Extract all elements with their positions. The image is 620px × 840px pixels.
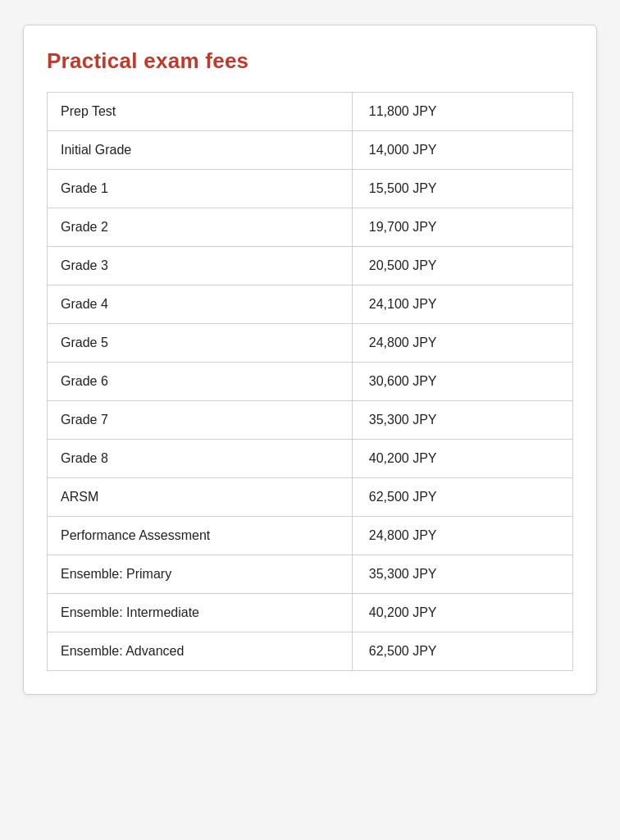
- table-row: Grade 219,700 JPY: [48, 208, 573, 247]
- row-label: Grade 6: [48, 363, 353, 401]
- row-fee: 40,200 JPY: [352, 440, 572, 478]
- row-label: Ensemble: Advanced: [48, 632, 353, 671]
- main-card: Practical exam fees Prep Test11,800 JPYI…: [23, 25, 597, 695]
- row-fee: 40,200 JPY: [352, 594, 572, 632]
- row-fee: 24,800 JPY: [352, 324, 572, 363]
- row-fee: 62,500 JPY: [352, 478, 572, 517]
- row-label: ARSM: [48, 478, 353, 517]
- row-fee: 24,100 JPY: [352, 285, 572, 324]
- table-row: Prep Test11,800 JPY: [48, 93, 573, 131]
- row-fee: 20,500 JPY: [352, 247, 572, 285]
- row-fee: 30,600 JPY: [352, 363, 572, 401]
- row-label: Ensemble: Primary: [48, 555, 353, 594]
- row-label: Performance Assessment: [48, 517, 353, 555]
- row-fee: 14,000 JPY: [352, 131, 572, 170]
- table-row: Grade 840,200 JPY: [48, 440, 573, 478]
- row-label: Grade 2: [48, 208, 353, 247]
- table-row: Grade 320,500 JPY: [48, 247, 573, 285]
- row-label: Grade 8: [48, 440, 353, 478]
- row-label: Ensemble: Intermediate: [48, 594, 353, 632]
- row-label: Grade 1: [48, 170, 353, 208]
- table-row: Grade 735,300 JPY: [48, 401, 573, 440]
- row-label: Grade 3: [48, 247, 353, 285]
- table-row: Grade 424,100 JPY: [48, 285, 573, 324]
- row-label: Initial Grade: [48, 131, 353, 170]
- table-row: Grade 115,500 JPY: [48, 170, 573, 208]
- table-row: Initial Grade14,000 JPY: [48, 131, 573, 170]
- row-label: Grade 5: [48, 324, 353, 363]
- row-label: Prep Test: [48, 93, 353, 131]
- row-fee: 15,500 JPY: [352, 170, 572, 208]
- table-row: Grade 524,800 JPY: [48, 324, 573, 363]
- table-row: Ensemble: Advanced62,500 JPY: [48, 632, 573, 671]
- fees-table: Prep Test11,800 JPYInitial Grade14,000 J…: [47, 92, 573, 671]
- row-label: Grade 4: [48, 285, 353, 324]
- page-title: Practical exam fees: [47, 48, 573, 74]
- table-row: Ensemble: Primary35,300 JPY: [48, 555, 573, 594]
- row-fee: 11,800 JPY: [352, 93, 572, 131]
- row-label: Grade 7: [48, 401, 353, 440]
- table-row: Performance Assessment24,800 JPY: [48, 517, 573, 555]
- row-fee: 62,500 JPY: [352, 632, 572, 671]
- row-fee: 19,700 JPY: [352, 208, 572, 247]
- row-fee: 35,300 JPY: [352, 555, 572, 594]
- table-row: Grade 630,600 JPY: [48, 363, 573, 401]
- row-fee: 35,300 JPY: [352, 401, 572, 440]
- row-fee: 24,800 JPY: [352, 517, 572, 555]
- table-row: Ensemble: Intermediate40,200 JPY: [48, 594, 573, 632]
- table-row: ARSM62,500 JPY: [48, 478, 573, 517]
